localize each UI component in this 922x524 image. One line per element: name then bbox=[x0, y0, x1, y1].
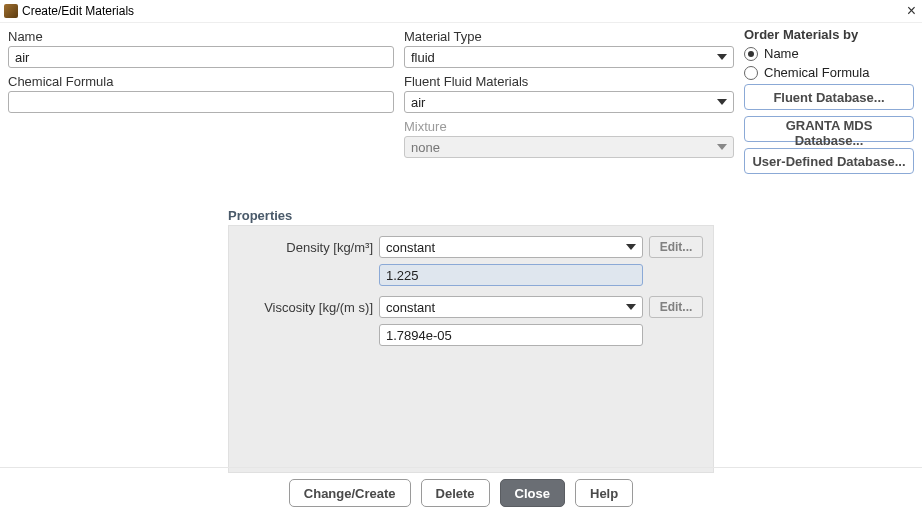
user-defined-database-button[interactable]: User-Defined Database... bbox=[744, 148, 914, 174]
titlebar-left: Create/Edit Materials bbox=[4, 4, 134, 18]
chemical-formula-input[interactable] bbox=[8, 91, 394, 113]
order-materials-heading: Order Materials by bbox=[744, 27, 914, 42]
material-type-label: Material Type bbox=[404, 29, 734, 44]
body-area: Name Chemical Formula Material Type flui… bbox=[0, 23, 922, 467]
density-value-input[interactable] bbox=[379, 264, 643, 286]
chevron-down-icon bbox=[717, 99, 727, 105]
viscosity-edit-button[interactable]: Edit... bbox=[649, 296, 703, 318]
window-title: Create/Edit Materials bbox=[22, 4, 134, 18]
fluent-database-button[interactable]: Fluent Database... bbox=[744, 84, 914, 110]
column-middle: Material Type fluid Fluent Fluid Materia… bbox=[404, 27, 734, 164]
close-icon[interactable]: × bbox=[907, 3, 916, 19]
order-by-formula-radio[interactable]: Chemical Formula bbox=[744, 65, 914, 80]
density-label: Density [kg/m³] bbox=[239, 240, 373, 255]
density-row: Density [kg/m³] constant Edit... bbox=[239, 236, 703, 258]
chevron-down-icon bbox=[626, 304, 636, 310]
viscosity-row: Viscosity [kg/(m s)] constant Edit... bbox=[239, 296, 703, 318]
viscosity-value-input[interactable] bbox=[379, 324, 643, 346]
viscosity-label: Viscosity [kg/(m s)] bbox=[239, 300, 373, 315]
order-by-name-radio[interactable]: Name bbox=[744, 46, 914, 61]
material-type-select[interactable]: fluid bbox=[404, 46, 734, 68]
radio-icon bbox=[744, 66, 758, 80]
fluent-fluid-materials-select[interactable]: air bbox=[404, 91, 734, 113]
radio-icon bbox=[744, 47, 758, 61]
footer: Change/Create Delete Close Help bbox=[0, 467, 922, 518]
chevron-down-icon bbox=[717, 144, 727, 150]
density-edit-button[interactable]: Edit... bbox=[649, 236, 703, 258]
properties-panel: Density [kg/m³] constant Edit... Viscosi… bbox=[228, 225, 714, 473]
name-label: Name bbox=[8, 29, 394, 44]
delete-button[interactable]: Delete bbox=[421, 479, 490, 507]
help-button[interactable]: Help bbox=[575, 479, 633, 507]
app-icon bbox=[4, 4, 18, 18]
chevron-down-icon bbox=[717, 54, 727, 60]
mixture-value: none bbox=[411, 140, 440, 155]
top-row: Name Chemical Formula Material Type flui… bbox=[8, 27, 914, 180]
granta-mds-database-button[interactable]: GRANTA MDS Database... bbox=[744, 116, 914, 142]
chevron-down-icon bbox=[626, 244, 636, 250]
fluent-fluid-materials-label: Fluent Fluid Materials bbox=[404, 74, 734, 89]
titlebar: Create/Edit Materials × bbox=[0, 0, 922, 23]
order-by-name-label: Name bbox=[764, 46, 799, 61]
change-create-button[interactable]: Change/Create bbox=[289, 479, 411, 507]
properties-heading: Properties bbox=[228, 208, 914, 223]
column-left: Name Chemical Formula bbox=[8, 27, 394, 119]
material-type-value: fluid bbox=[411, 50, 435, 65]
mixture-select: none bbox=[404, 136, 734, 158]
column-right: Order Materials by Name Chemical Formula… bbox=[744, 27, 914, 180]
viscosity-method-select[interactable]: constant bbox=[379, 296, 643, 318]
fluent-fluid-materials-value: air bbox=[411, 95, 425, 110]
close-button[interactable]: Close bbox=[500, 479, 565, 507]
chemical-formula-label: Chemical Formula bbox=[8, 74, 394, 89]
order-by-formula-label: Chemical Formula bbox=[764, 65, 869, 80]
density-method-select[interactable]: constant bbox=[379, 236, 643, 258]
mixture-label: Mixture bbox=[404, 119, 734, 134]
name-input[interactable] bbox=[8, 46, 394, 68]
density-method-value: constant bbox=[386, 240, 435, 255]
viscosity-method-value: constant bbox=[386, 300, 435, 315]
